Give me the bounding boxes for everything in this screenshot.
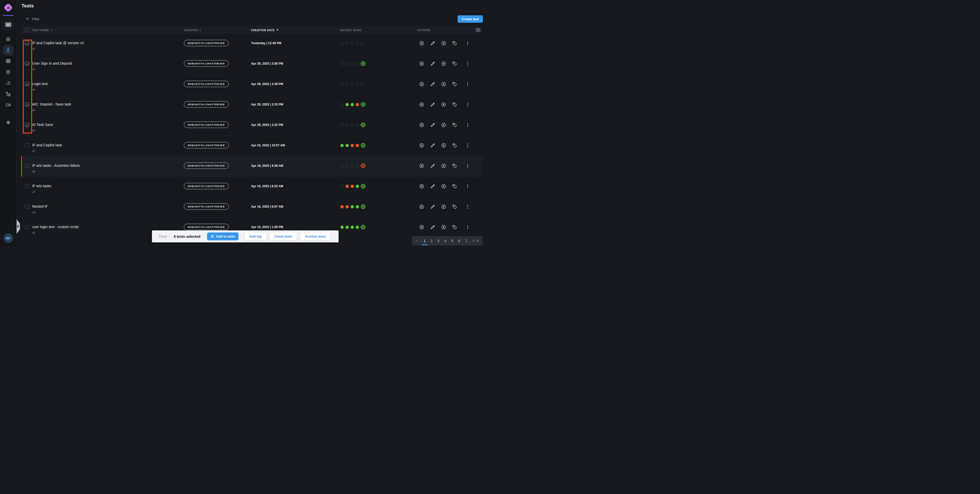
- page-number-3[interactable]: 3: [437, 239, 440, 243]
- add-to-suite-button[interactable]: Add to suite: [207, 233, 239, 241]
- test-name[interactable]: User Sign In and Deposit: [32, 61, 184, 65]
- more-actions-icon[interactable]: [465, 61, 470, 75]
- first-page-button[interactable]: [415, 239, 419, 243]
- user-avatar[interactable]: DC: [3, 233, 13, 243]
- run-test-icon[interactable]: [419, 102, 425, 115]
- run-test-icon[interactable]: [419, 81, 425, 95]
- edit-test-icon[interactable]: [430, 102, 435, 115]
- add-to-suite-icon[interactable]: [441, 81, 446, 95]
- tag-icon[interactable]: [452, 143, 457, 156]
- run-test-icon[interactable]: [419, 61, 425, 75]
- run-test-icon[interactable]: [419, 143, 425, 156]
- run-test-icon[interactable]: [419, 41, 425, 54]
- tag-icon[interactable]: [452, 122, 457, 136]
- more-actions-icon[interactable]: [465, 41, 470, 54]
- more-actions-icon[interactable]: [465, 184, 470, 197]
- more-actions-icon[interactable]: [465, 204, 470, 218]
- filter-button[interactable]: Filter: [25, 17, 40, 21]
- last-page-button[interactable]: [476, 239, 479, 243]
- add-to-suite-icon[interactable]: [441, 143, 446, 156]
- add-to-suite-icon[interactable]: [441, 204, 446, 218]
- run-test-icon[interactable]: [419, 204, 425, 218]
- sidebar-item-workflows[interactable]: [3, 89, 14, 99]
- tag-icon[interactable]: [452, 163, 457, 177]
- run-test-icon[interactable]: [419, 122, 425, 136]
- test-name[interactable]: AI Task Save: [32, 123, 184, 127]
- test-name[interactable]: IF w/o tasks: [32, 184, 184, 188]
- archive-tests-button[interactable]: Archive tests: [300, 233, 331, 241]
- row-checkbox[interactable]: [25, 225, 29, 229]
- sidebar-item-data-tables[interactable]: [3, 56, 14, 66]
- column-header-test-name[interactable]: TEST NAME: [32, 29, 184, 32]
- tag-icon[interactable]: [452, 81, 457, 95]
- page-number-2[interactable]: 2: [430, 239, 433, 243]
- next-page-button[interactable]: [471, 239, 476, 243]
- more-actions-icon[interactable]: [465, 122, 470, 136]
- page-number-7[interactable]: 7: [465, 239, 467, 243]
- test-name[interactable]: user login text - custom script: [32, 225, 184, 229]
- row-checkbox[interactable]: [25, 205, 29, 209]
- row-checkbox[interactable]: [25, 62, 29, 65]
- clear-selection-button[interactable]: Clear: [159, 234, 167, 238]
- test-name[interactable]: AIC: Deposit - Save task: [32, 102, 184, 107]
- row-checkbox[interactable]: [25, 184, 29, 188]
- test-name[interactable]: Login test: [32, 82, 184, 86]
- creation-date-header-label: CREATION DATE: [251, 29, 275, 32]
- test-name[interactable]: IF w/o tasks - Assertion failure: [32, 164, 184, 168]
- more-actions-icon[interactable]: [465, 163, 470, 177]
- create-test-button[interactable]: Create test: [458, 15, 483, 23]
- add-to-suite-icon[interactable]: [441, 163, 446, 177]
- test-name[interactable]: Nested IF: [32, 204, 184, 209]
- row-checkbox[interactable]: [25, 164, 29, 168]
- column-header-creator[interactable]: CREATOR: [184, 29, 251, 32]
- sidebar-item-test-tubes[interactable]: [3, 67, 14, 77]
- page-number-4[interactable]: 4: [444, 239, 447, 243]
- tag-icon[interactable]: [452, 184, 457, 197]
- edit-test-icon[interactable]: [430, 41, 435, 54]
- row-checkbox[interactable]: [25, 41, 29, 45]
- page-number-1[interactable]: 1: [423, 239, 426, 243]
- edit-test-icon[interactable]: [430, 122, 435, 136]
- more-actions-icon[interactable]: [465, 102, 470, 115]
- add-to-suite-icon[interactable]: [441, 184, 446, 197]
- row-checkbox[interactable]: [25, 102, 29, 107]
- test-name[interactable]: IF and Copilot task @ version v2: [32, 41, 184, 45]
- row-checkbox[interactable]: [25, 143, 29, 147]
- more-actions-icon[interactable]: [465, 143, 470, 156]
- tag-icon[interactable]: [452, 41, 457, 54]
- page-number-6[interactable]: 6: [458, 239, 460, 243]
- sidebar-item-settings[interactable]: [3, 117, 14, 128]
- edit-test-icon[interactable]: [430, 81, 435, 95]
- clone-tests-button[interactable]: Clone tests: [270, 233, 297, 241]
- edit-test-icon[interactable]: [430, 61, 435, 75]
- add-to-suite-icon[interactable]: [441, 41, 446, 54]
- add-to-suite-icon[interactable]: [441, 61, 446, 75]
- sidebar-item-tests[interactable]: [3, 45, 14, 56]
- edit-test-icon[interactable]: [430, 184, 435, 197]
- sidebar-item-home[interactable]: [3, 34, 14, 45]
- tag-icon[interactable]: [452, 102, 457, 115]
- select-all-checkbox[interactable]: [25, 28, 29, 32]
- row-checkbox[interactable]: [25, 82, 29, 86]
- add-tag-button[interactable]: Add tag: [245, 233, 266, 241]
- column-settings-icon[interactable]: [476, 28, 480, 32]
- page-number-5[interactable]: 5: [451, 239, 453, 243]
- run-test-icon[interactable]: [419, 163, 425, 177]
- add-to-suite-icon[interactable]: [441, 122, 446, 136]
- column-header-creation-date[interactable]: CREATION DATE: [251, 29, 340, 32]
- run-test-icon[interactable]: [419, 184, 425, 197]
- add-to-suite-icon[interactable]: [441, 102, 446, 115]
- edit-test-icon[interactable]: [430, 163, 435, 177]
- tag-icon[interactable]: [452, 61, 457, 75]
- previous-page-button[interactable]: [419, 239, 423, 243]
- edit-test-icon[interactable]: [430, 204, 435, 218]
- tag-icon[interactable]: [452, 204, 457, 218]
- sidebar-item-recordings[interactable]: [3, 100, 14, 110]
- edit-test-icon[interactable]: [430, 143, 435, 156]
- sidebar-item-checklist[interactable]: [3, 78, 14, 88]
- test-name[interactable]: IF and Copilot task: [32, 143, 184, 147]
- workspace-switcher[interactable]: D: [3, 20, 14, 30]
- test-version: v0: [32, 170, 184, 173]
- row-checkbox[interactable]: [25, 123, 29, 127]
- more-actions-icon[interactable]: [465, 81, 470, 95]
